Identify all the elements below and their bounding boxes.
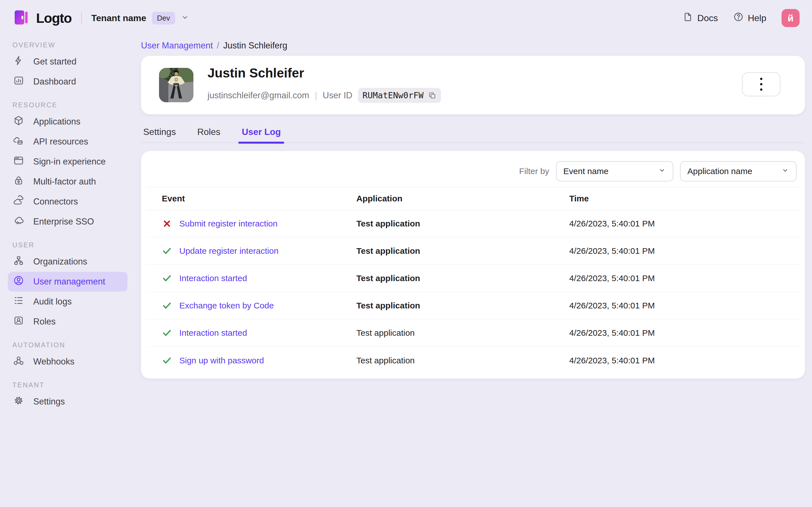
tenant-name: Tenant name [91,13,146,23]
document-icon [682,11,693,24]
sidebar-item-organizations[interactable]: Organizations [8,252,128,272]
account-avatar[interactable]: й [781,9,800,27]
lock-icon [13,175,24,188]
breadcrumb-current: Justin Schleiferg [223,41,287,51]
sidebar-item-multi-factor-auth[interactable]: Multi-factor auth [8,172,128,191]
table-header-row: Event Application Time [146,187,800,210]
lightning-icon [13,55,24,68]
user-id-pill: RUMatENw0rFW [358,88,441,103]
filter-by-label: Filter by [519,166,549,176]
sidebar-item-enterprise-sso[interactable]: Enterprise SSO [8,212,128,231]
application-cell: Test application [356,301,569,311]
user-log-table: Event Application Time Submit register i… [146,187,800,374]
user-id-label: User ID [323,91,352,101]
time-cell: 4/26/2023, 5:40:01 PM [569,328,800,338]
main-content: User Management / Justin Schleiferg [135,36,812,507]
sidebar-item-get-started[interactable]: Get started [8,52,128,71]
kebab-dot [760,83,762,86]
event-link[interactable]: Interaction started [179,328,247,338]
user-name: Justin Schleifer [207,65,304,80]
application-cell: Test application [356,356,569,365]
sidebar-item-label: Settings [33,397,65,407]
breadcrumb-separator: / [217,41,219,51]
sidebar-item-settings[interactable]: Settings [8,392,128,411]
sidebar-item-user-management[interactable]: User management [8,272,128,291]
tenant-env-badge: Dev [152,12,175,24]
header-application: Application [356,194,569,203]
cloud-key-icon [13,215,24,228]
event-link[interactable]: Exchange token by Code [179,301,274,311]
header-event: Event [146,194,356,203]
event-link[interactable]: Update register interaction [179,246,278,256]
tenant-selector[interactable]: Tenant name Dev [91,12,189,24]
table-row: Submit register interaction Test applica… [146,210,800,237]
sidebar-item-label: Roles [33,317,56,327]
event-link[interactable]: Interaction started [179,274,247,283]
sidebar-section-user: USER [12,241,128,249]
application-name-filter-select[interactable]: Application name [680,161,797,181]
table-row: Sign up with password Test application 4… [146,347,800,374]
sidebar-item-label: User management [33,277,105,287]
filter-row: Filter by Event name Application name [141,151,805,187]
sidebar-item-audit-logs[interactable]: Audit logs [8,292,128,312]
breadcrumb: User Management / Justin Schleiferg [141,41,805,51]
event-filter-value: Event name [563,166,608,176]
sidebar-item-dashboard[interactable]: Dashboard [8,72,128,92]
sidebar-item-label: Webhooks [33,356,74,367]
success-check-icon [162,273,172,283]
time-cell: 4/26/2023, 5:40:01 PM [569,301,800,311]
chevron-down-icon [781,166,789,176]
time-cell: 4/26/2023, 5:40:01 PM [569,246,800,256]
time-cell: 4/26/2023, 5:40:01 PM [569,219,800,228]
user-actions-menu-button[interactable] [742,72,780,96]
sidebar-item-roles[interactable]: Roles [8,312,128,332]
topbar: Logto Tenant name Dev Docs Help й [0,0,812,36]
breadcrumb-user-management-link[interactable]: User Management [141,41,213,51]
list-icon [13,295,24,308]
user-detail-tabs: Settings Roles User Log [141,124,805,143]
sidebar-item-webhooks[interactable]: Webhooks [8,352,128,372]
logto-logo-icon [12,8,31,27]
help-button[interactable]: Help [733,11,766,24]
avatar-person-figure [159,68,193,102]
application-cell: Test application [356,328,569,338]
sidebar-section-automation: AUTOMATION [12,341,128,349]
org-chart-icon [13,255,24,269]
user-id-value: RUMatENw0rFW [363,91,424,100]
topbar-divider [81,12,82,24]
logto-logo[interactable]: Logto [12,8,71,27]
success-check-icon [162,246,172,256]
browser-icon [13,155,24,168]
chevron-down-icon [181,13,189,23]
application-cell: Test application [356,219,569,228]
success-check-icon [162,355,172,365]
event-name-filter-select[interactable]: Event name [556,161,673,181]
sidebar-item-sign-in-experience[interactable]: Sign-in experience [8,152,128,172]
table-row: Exchange token by Code Test application … [146,292,800,320]
sidebar-item-applications[interactable]: Applications [8,112,128,131]
header-time: Time [569,194,800,203]
event-link[interactable]: Sign up with password [179,356,264,365]
user-meta-row: justinschleifer@gmail.com | User ID RUMa… [207,88,441,103]
user-header-card: Justin Schleifer justinschleifer@gmail.c… [141,56,805,114]
copy-icon[interactable] [428,91,437,100]
sidebar-section-tenant: TENANT [12,381,128,389]
tab-user-log[interactable]: User Log [242,124,281,143]
docs-button[interactable]: Docs [682,11,718,24]
sidebar-item-label: Sign-in experience [33,157,106,167]
sidebar-item-label: Organizations [33,257,87,267]
tab-settings[interactable]: Settings [143,124,176,143]
sidebar: OVERVIEW Get started Dashboard RESOURCE … [0,36,135,507]
event-link[interactable]: Submit register interaction [179,219,278,228]
time-cell: 4/26/2023, 5:40:01 PM [569,274,800,283]
tab-roles[interactable]: Roles [197,124,220,143]
sidebar-item-connectors[interactable]: Connectors [8,192,128,212]
sidebar-item-label: Dashboard [33,76,76,87]
help-circle-icon [733,11,744,24]
cube-icon [13,115,24,128]
cloud-box-icon [13,135,24,149]
sidebar-item-api-resources[interactable]: API resources [8,132,128,152]
gear-icon [13,395,24,408]
sidebar-section-overview: OVERVIEW [12,41,128,49]
user-log-panel: Filter by Event name Application name Ev… [141,151,805,379]
